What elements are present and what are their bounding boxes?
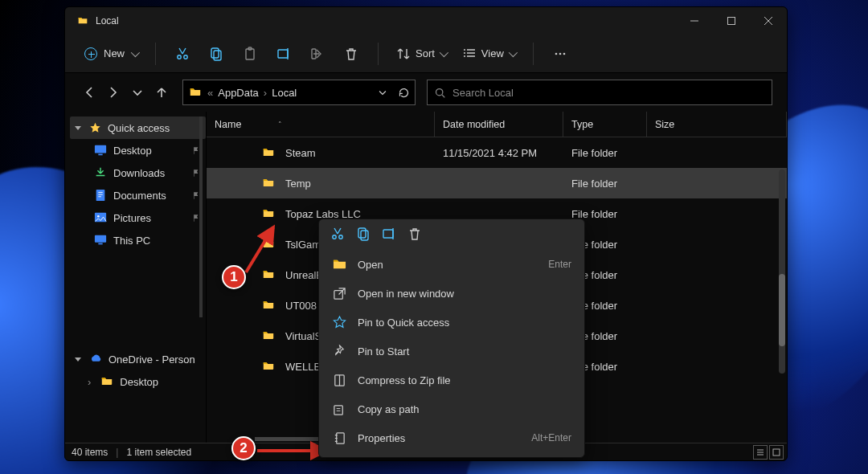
toolbar-divider (155, 43, 156, 65)
copypath-icon (332, 402, 346, 416)
cut-icon (175, 47, 190, 61)
folder-icon (261, 330, 276, 341)
plus-icon (84, 47, 97, 60)
sidebar-item-label: Desktop (113, 145, 152, 157)
new-button-label: New (104, 47, 125, 59)
toolbar-divider (533, 43, 534, 65)
up-icon (154, 85, 169, 100)
column-date[interactable]: Date modified (435, 112, 563, 137)
context-item-label: Open in new window (358, 288, 454, 300)
minimize-button[interactable] (676, 7, 713, 35)
file-date: 11/15/2021 4:42 PM (435, 147, 563, 159)
sidebar-item-documents[interactable]: Documents (70, 184, 206, 206)
breadcrumb-sep: › (264, 87, 267, 99)
context-item-open-in-new-window[interactable]: Open in new window (324, 279, 579, 308)
download-icon (94, 166, 107, 179)
trash-icon (344, 47, 358, 61)
copy-button[interactable] (203, 41, 230, 67)
folder-icon (261, 300, 276, 311)
context-item-label: Properties (358, 432, 405, 444)
breadcrumb-item[interactable]: Local (272, 87, 297, 99)
breadcrumb-item[interactable]: AppData (218, 87, 259, 99)
svg-rect-23 (773, 449, 780, 456)
annotation-badge-1: 1 (222, 265, 246, 289)
context-item-copy-as-path[interactable]: Copy as path (324, 394, 579, 423)
sidebar-item-label: Pictures (113, 212, 151, 224)
file-name: UT008 (285, 300, 317, 312)
sidebar-item-label: Quick access (108, 122, 170, 134)
sort-indicator-icon: ˄ (278, 121, 282, 129)
chevron-right-icon: › (88, 376, 91, 388)
back-button[interactable] (80, 81, 99, 104)
context-item-properties[interactable]: PropertiesAlt+Enter (324, 423, 579, 452)
paste-icon (243, 47, 257, 61)
rename-button[interactable] (270, 41, 297, 67)
context-item-pin-to-quick-access[interactable]: Pin to Quick access (324, 308, 579, 337)
cut-button[interactable] (169, 41, 196, 67)
status-item-count: 40 items (72, 447, 108, 458)
table-row[interactable]: TempFile folder (207, 168, 787, 198)
context-menu: OpenEnterOpen in new windowPin to Quick … (318, 219, 585, 458)
sort-label: Sort (416, 47, 435, 59)
sort-icon (396, 47, 411, 61)
column-name[interactable]: Name ˄ (207, 112, 435, 137)
folder-icon (188, 87, 203, 98)
annotation-arrow-1 (241, 221, 289, 277)
annotation-badge-2: 2 (231, 436, 256, 460)
file-name: Temp (285, 178, 311, 190)
new-button[interactable]: New (80, 44, 142, 63)
sidebar-item-this-pc[interactable]: This PC (70, 229, 206, 251)
copy-icon (209, 47, 223, 61)
maximize-button[interactable] (713, 7, 750, 35)
share-icon (310, 47, 325, 61)
sort-button[interactable]: Sort (391, 41, 451, 67)
forward-button[interactable] (104, 81, 123, 104)
up-button[interactable] (152, 81, 171, 104)
breadcrumb-overflow[interactable]: « (207, 87, 213, 99)
address-bar[interactable]: « AppData › Local (182, 80, 416, 105)
more-icon (553, 47, 567, 61)
titlebar[interactable]: Local (65, 7, 787, 35)
vertical-scrollbar[interactable] (779, 170, 785, 374)
sidebar-scrollbar[interactable] (199, 116, 203, 317)
sidebar-item-pictures[interactable]: Pictures (70, 206, 206, 229)
openwin-icon (332, 286, 346, 300)
view-button[interactable]: View (457, 41, 520, 67)
sidebar-item-quick-access[interactable]: Quick access (70, 116, 206, 139)
cut-button[interactable] (330, 227, 345, 241)
sidebar-item-onedrive-desktop[interactable]: › Desktop (70, 370, 206, 393)
chevron-down-icon (509, 47, 518, 56)
copy-button[interactable] (356, 227, 371, 241)
context-item-compress-to-zip-file[interactable]: Compress to Zip file (324, 366, 579, 394)
close-button[interactable] (750, 7, 787, 35)
context-item-open[interactable]: OpenEnter (324, 250, 579, 279)
column-size[interactable]: Size (647, 112, 787, 137)
refresh-icon[interactable] (398, 87, 410, 99)
chevron-down-icon[interactable] (377, 87, 388, 98)
table-row[interactable]: Steam11/15/2021 4:42 PMFile folder (207, 137, 787, 168)
thumbnail-view-button[interactable] (769, 445, 784, 460)
share-button[interactable] (304, 41, 331, 67)
pc-icon (94, 234, 107, 247)
search-placeholder: Search Local (452, 87, 514, 99)
rename-icon (276, 47, 291, 61)
sidebar-item-onedrive[interactable]: OneDrive - Person (70, 348, 206, 370)
chevron-down-icon (131, 47, 140, 56)
recent-button[interactable] (128, 81, 147, 104)
sidebar-item-downloads[interactable]: Downloads (70, 161, 206, 184)
paste-button[interactable] (236, 41, 264, 67)
delete-button[interactable] (338, 41, 365, 67)
folder-icon (261, 208, 276, 219)
more-button[interactable] (547, 41, 574, 67)
context-item-pin-to-start[interactable]: Pin to Start (324, 337, 579, 366)
search-input[interactable]: Search Local (427, 80, 772, 105)
details-view-button[interactable] (753, 445, 768, 460)
context-item-label: Open (358, 259, 383, 271)
delete-button[interactable] (407, 227, 422, 241)
sidebar-item-label: Desktop (120, 376, 158, 388)
file-type: File folder (563, 178, 647, 190)
star-icon (332, 315, 346, 329)
column-type[interactable]: Type (563, 112, 647, 137)
rename-button[interactable] (382, 227, 396, 241)
sidebar-item-desktop[interactable]: Desktop (70, 139, 206, 161)
